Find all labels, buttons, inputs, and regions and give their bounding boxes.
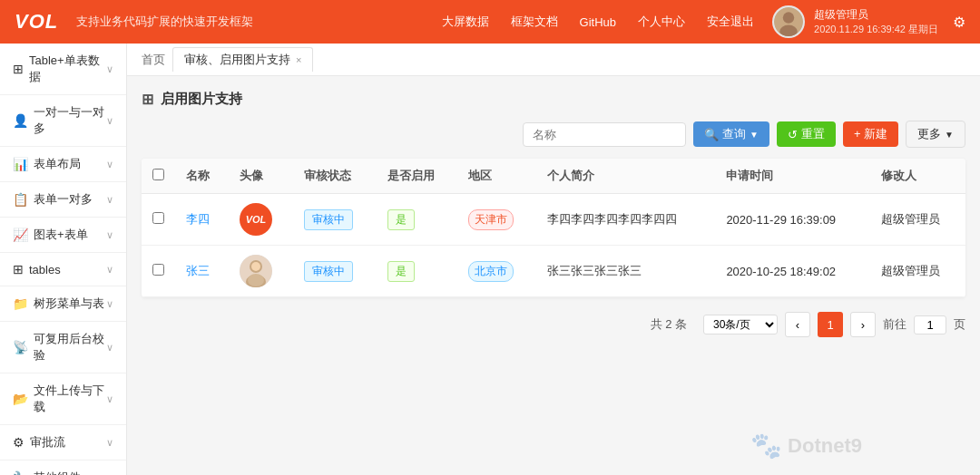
- query-button[interactable]: 🔍 查询 ▼: [693, 121, 769, 147]
- breadcrumb-home[interactable]: 首页: [142, 52, 165, 68]
- row1-checkbox[interactable]: [152, 212, 164, 224]
- svg-point-6: [251, 262, 260, 271]
- current-page: 1: [818, 312, 843, 337]
- avatar-svg: [774, 5, 803, 38]
- gear-icon[interactable]: ⚙: [953, 14, 965, 31]
- sidebar-item-tables[interactable]: ⊞ tables ∨: [0, 253, 126, 286]
- next-page-button[interactable]: ›: [850, 312, 876, 337]
- nav-profile[interactable]: 个人中心: [638, 14, 685, 30]
- reset-button[interactable]: ↺ 重置: [777, 121, 836, 147]
- col-intro: 个人简介: [536, 159, 715, 194]
- row2-avatar-svg: [240, 255, 272, 287]
- sidebar-item-workflow[interactable]: ⚙ 审批流 ∨: [0, 425, 126, 460]
- row2-check: [142, 246, 175, 297]
- sidebar-label-file-upload: 文件上传与下载: [34, 383, 106, 415]
- sidebar-item-other[interactable]: 🔧 其他组件 ∨: [0, 460, 126, 475]
- row2-status: 审核中: [293, 246, 377, 297]
- row2-status-badge: 审核中: [304, 261, 353, 282]
- nav-bigscreen[interactable]: 大屏数据: [442, 14, 489, 30]
- more-button[interactable]: 更多 ▼: [906, 121, 965, 148]
- close-tab-icon[interactable]: ×: [296, 54, 301, 65]
- nav-links: 大屏数据 框架文档 GitHub 个人中心 安全退出: [442, 14, 754, 30]
- page-input[interactable]: [914, 315, 946, 334]
- svg-point-1: [783, 12, 794, 23]
- user-info: 超级管理员 2020.11.29 16:39:42 星期日: [814, 7, 938, 36]
- sidebar-item-form-layout[interactable]: 📊 表单布局 ∨: [0, 147, 126, 182]
- row2-modifier: 超级管理员: [870, 246, 965, 297]
- row2-region: 北京市: [457, 246, 536, 297]
- sidebar-label-reusable: 可复用后台校验: [34, 331, 106, 364]
- chevron-icon-9: ∨: [106, 437, 113, 449]
- tables-icon: ⊞: [13, 262, 24, 276]
- row1-avatar-logo: VOL: [240, 203, 272, 236]
- chevron-icon-4: ∨: [106, 229, 113, 241]
- chart-table-icon: 📈: [13, 228, 28, 242]
- tagline: 支持业务代码扩展的快速开发框架: [76, 14, 441, 30]
- sidebar-label-table-one-many: 表单一对多: [34, 191, 106, 208]
- data-table: 名称 头像 审核状态 是否启用 地区 个人简介 申请时间 修改人: [142, 159, 965, 297]
- row1-check: [142, 194, 175, 246]
- user-datetime: 2020.11.29 16:39:42 星期日: [814, 23, 938, 36]
- layout: ⊞ Table+单表数据 ∨ 👤 一对一与一对多 ∨ 📊 表单布局 ∨ 📋 表单…: [0, 44, 980, 475]
- breadcrumb-tab[interactable]: 审核、启用图片支持 ×: [172, 47, 313, 72]
- sidebar: ⊞ Table+单表数据 ∨ 👤 一对一与一对多 ∨ 📊 表单布局 ∨ 📋 表单…: [0, 44, 127, 475]
- sidebar-item-table-single[interactable]: ⊞ Table+单表数据 ∨: [0, 44, 126, 95]
- row1-intro: 李四李四李四李四李四四: [536, 194, 715, 246]
- reset-icon: ↺: [788, 128, 798, 141]
- select-all-checkbox[interactable]: [152, 169, 164, 180]
- nav-github[interactable]: GitHub: [580, 15, 616, 29]
- page-size-select[interactable]: 30条/页 50条/页 100条/页: [703, 315, 778, 334]
- table-header-row: 名称 头像 审核状态 是否启用 地区 个人简介 申请时间 修改人: [142, 159, 965, 194]
- prev-page-button[interactable]: ‹: [785, 312, 810, 337]
- main-content: 首页 审核、启用图片支持 × ⊞ 启用图片支持 🔍 查询 ▼: [127, 44, 980, 475]
- toolbar: 🔍 查询 ▼ ↺ 重置 + 新建 更多 ▼: [142, 121, 965, 148]
- row1-name-link[interactable]: 李四: [186, 212, 210, 226]
- col-apply-time: 申请时间: [715, 159, 870, 194]
- reset-label: 重置: [801, 126, 825, 142]
- chevron-icon-7: ∨: [106, 342, 113, 354]
- row2-enabled: 是: [377, 246, 458, 297]
- sidebar-label-workflow: 审批流: [30, 434, 106, 451]
- chevron-icon-10: ∨: [106, 472, 113, 476]
- pagination-total: 共 2 条: [651, 316, 687, 333]
- sidebar-item-reusable[interactable]: 📡 可复用后台校验 ∨: [0, 322, 126, 373]
- sidebar-item-file-upload[interactable]: 📂 文件上传与下载 ∨: [0, 373, 126, 425]
- row2-avatar-img: [240, 255, 272, 287]
- row1-region: 天津市: [457, 194, 536, 246]
- new-button[interactable]: + 新建: [843, 121, 898, 147]
- nav-framework[interactable]: 框架文档: [511, 14, 558, 30]
- col-region: 地区: [457, 159, 536, 194]
- avatar: [772, 5, 805, 38]
- sidebar-label-one-many: 一对一与一对多: [34, 104, 106, 137]
- more-dropdown-arrow: ▼: [945, 130, 954, 140]
- pagination: 共 2 条 30条/页 50条/页 100条/页 ‹ 1 › 前往 页: [142, 312, 965, 337]
- goto-label: 前往: [883, 316, 906, 333]
- chevron-icon-8: ∨: [106, 393, 113, 405]
- svg-point-7: [248, 274, 264, 286]
- row2-checkbox[interactable]: [152, 264, 164, 276]
- row2-name-link[interactable]: 张三: [186, 264, 210, 277]
- section-title: ⊞ 启用图片支持: [142, 91, 965, 108]
- sidebar-label-tables: tables: [29, 263, 106, 276]
- sidebar-item-table-one-many[interactable]: 📋 表单一对多 ∨: [0, 182, 126, 218]
- breadcrumb: 首页 审核、启用图片支持 ×: [127, 44, 980, 76]
- col-enabled: 是否启用: [377, 159, 458, 194]
- top-nav: VOL 支持业务代码扩展的快速开发框架 大屏数据 框架文档 GitHub 个人中…: [0, 0, 980, 44]
- sidebar-item-tree-menu[interactable]: 📁 树形菜单与表 ∨: [0, 286, 126, 322]
- nav-logout[interactable]: 安全退出: [707, 14, 754, 30]
- sidebar-item-one-many[interactable]: 👤 一对一与一对多 ∨: [0, 95, 126, 147]
- col-status: 审核状态: [293, 159, 377, 194]
- row1-region-badge: 天津市: [468, 209, 514, 230]
- search-input[interactable]: [523, 122, 686, 147]
- sidebar-item-chart-table[interactable]: 📈 图表+表单 ∨: [0, 218, 126, 253]
- row1-enabled-badge: 是: [387, 209, 415, 230]
- user-section: 超级管理员 2020.11.29 16:39:42 星期日 ⚙: [772, 5, 965, 38]
- row2-name: 张三: [175, 246, 229, 297]
- chevron-icon-5: ∨: [106, 264, 113, 276]
- pages-label: 页: [954, 316, 965, 333]
- row1-status: 审核中: [293, 194, 377, 246]
- chevron-icon-2: ∨: [106, 159, 113, 170]
- row1-modifier: 超级管理员: [870, 194, 965, 246]
- chevron-icon-6: ∨: [106, 298, 113, 310]
- form-layout-icon: 📊: [13, 157, 28, 171]
